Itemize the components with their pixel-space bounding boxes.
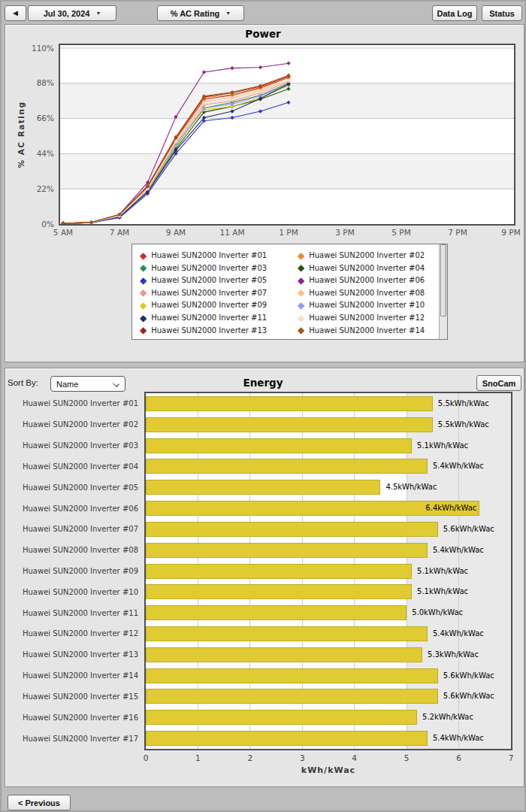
power-plot-area bbox=[59, 44, 515, 226]
energy-chart-title: Energy bbox=[2, 377, 524, 389]
energy-bar-chart: 5.5kWh/kWac5.5kWh/kWac5.1kWh/kWac5.4kWh/… bbox=[144, 392, 512, 750]
legend-item[interactable]: ◆Huawei SUN2000 Inverter #03 bbox=[140, 262, 267, 274]
legend-item[interactable]: ◆Huawei SUN2000 Inverter #06 bbox=[298, 274, 425, 286]
legend-item[interactable]: ◆Huawei SUN2000 Inverter #10 bbox=[298, 299, 425, 311]
energy-bar bbox=[146, 417, 433, 432]
legend-marker-icon: ◆ bbox=[298, 289, 304, 296]
previous-button[interactable]: < Previous bbox=[8, 795, 71, 810]
legend-item[interactable]: ◆Huawei SUN2000 Inverter #11 bbox=[140, 312, 267, 323]
energy-bar bbox=[146, 710, 417, 725]
inverter-row-label: Huawei SUN2000 Inverter #13 bbox=[2, 644, 138, 665]
legend-label: Huawei SUN2000 Inverter #01 bbox=[151, 251, 267, 259]
legend-marker-icon: ◆ bbox=[140, 264, 147, 271]
bar-value-label: 5.0kWh/kWac bbox=[412, 605, 463, 620]
inverter-row-label: Huawei SUN2000 Inverter #10 bbox=[2, 581, 138, 602]
legend-marker-icon: ◆ bbox=[298, 314, 304, 322]
y-tick-label: 88% bbox=[2, 78, 54, 87]
power-y-axis-label: % AC Rating bbox=[17, 78, 27, 191]
bar-value-label: 5.1kWh/kWac bbox=[417, 564, 468, 579]
power-line-chart bbox=[60, 45, 514, 224]
chevron-down-icon: ▼ bbox=[225, 11, 231, 16]
legend-label: Huawei SUN2000 Inverter #11 bbox=[151, 314, 267, 322]
legend-label: Huawei SUN2000 Inverter #08 bbox=[309, 289, 425, 297]
energy-bar bbox=[146, 689, 438, 704]
x-tick-label: 5 bbox=[395, 753, 418, 762]
inverter-row-label: Huawei SUN2000 Inverter #09 bbox=[2, 561, 138, 582]
inverter-row-label: Huawei SUN2000 Inverter #01 bbox=[2, 393, 138, 414]
legend-item[interactable]: ◆Huawei SUN2000 Inverter #07 bbox=[140, 287, 267, 298]
legend-item[interactable]: ◆Huawei SUN2000 Inverter #02 bbox=[298, 250, 425, 261]
y-tick-label: 22% bbox=[2, 184, 54, 193]
plot-band bbox=[60, 153, 514, 189]
legend-item[interactable]: ◆Huawei SUN2000 Inverter #13 bbox=[140, 325, 267, 336]
data-point-marker bbox=[258, 65, 262, 69]
bar-value-label: 5.6kWh/kWac bbox=[443, 668, 494, 683]
inverter-row-label: Huawei SUN2000 Inverter #05 bbox=[2, 477, 138, 498]
inverter-row-label: Huawei SUN2000 Inverter #02 bbox=[2, 414, 138, 435]
metric-dropdown[interactable]: % AC Rating ▼ bbox=[157, 5, 244, 21]
inverter-row-label: Huawei SUN2000 Inverter #16 bbox=[2, 707, 138, 728]
power-chart-title: Power bbox=[2, 28, 524, 40]
bar-value-label: 5.6kWh/kWac bbox=[443, 689, 494, 704]
energy-bar bbox=[146, 396, 433, 411]
energy-bar bbox=[146, 438, 412, 453]
y-tick-label: 44% bbox=[2, 149, 54, 158]
x-tick-label: 4 bbox=[343, 753, 366, 762]
legend-label: Huawei SUN2000 Inverter #13 bbox=[151, 326, 267, 335]
y-tick-label: 66% bbox=[2, 114, 54, 123]
back-button[interactable]: ◀ bbox=[5, 5, 26, 21]
date-dropdown-value: Jul 30, 2024 bbox=[44, 9, 90, 18]
inverter-row-label: Huawei SUN2000 Inverter #08 bbox=[2, 540, 138, 561]
inverter-row-label: Huawei SUN2000 Inverter #07 bbox=[2, 519, 138, 540]
x-tick-label: 1 PM bbox=[272, 228, 305, 237]
legend-label: Huawei SUN2000 Inverter #03 bbox=[151, 264, 267, 272]
legend-scrollbar[interactable] bbox=[439, 244, 447, 339]
legend-item[interactable]: ◆Huawei SUN2000 Inverter #14 bbox=[298, 325, 425, 336]
data-log-button[interactable]: Data Log bbox=[432, 5, 477, 21]
energy-bar bbox=[146, 522, 438, 537]
bar-value-label: 5.4kWh/kWac bbox=[433, 731, 484, 746]
legend-item[interactable]: ◆Huawei SUN2000 Inverter #04 bbox=[298, 262, 425, 274]
inverter-row-label: Huawei SUN2000 Inverter #06 bbox=[2, 498, 138, 519]
status-button[interactable]: Status bbox=[482, 5, 522, 21]
bar-value-label: 5.4kWh/kWac bbox=[433, 543, 484, 558]
legend-marker-icon: ◆ bbox=[298, 252, 304, 259]
legend-item[interactable]: ◆Huawei SUN2000 Inverter #05 bbox=[140, 274, 267, 286]
inverter-row-label: Huawei SUN2000 Inverter #15 bbox=[2, 686, 138, 707]
legend-scrollbar-thumb[interactable] bbox=[440, 244, 446, 317]
x-tick-label: 7 AM bbox=[103, 228, 136, 237]
data-point-marker bbox=[61, 221, 65, 224]
inverter-row-label: Huawei SUN2000 Inverter #14 bbox=[2, 665, 138, 686]
date-dropdown[interactable]: Jul 30, 2024 ▼ bbox=[28, 5, 116, 21]
bar-value-label: 5.5kWh/kWac bbox=[438, 396, 489, 411]
legend-item[interactable]: ◆Huawei SUN2000 Inverter #08 bbox=[298, 287, 425, 298]
bar-value-label: 5.6kWh/kWac bbox=[443, 522, 494, 537]
snocam-button[interactable]: SnoCam bbox=[476, 375, 521, 391]
bar-value-label: 5.1kWh/kWac bbox=[417, 438, 468, 453]
data-point-marker bbox=[286, 62, 290, 65]
inverter-row-label: Huawei SUN2000 Inverter #11 bbox=[2, 602, 138, 623]
data-point-marker bbox=[89, 220, 93, 224]
bar-value-label: 5.1kWh/kWac bbox=[417, 584, 468, 599]
energy-bar bbox=[146, 647, 422, 662]
bar-value-label: 6.4kWh/kWac bbox=[425, 501, 476, 516]
energy-bar bbox=[146, 584, 412, 599]
x-tick-label: 3 bbox=[291, 753, 313, 762]
power-legend: ◆Huawei SUN2000 Inverter #01◆Huawei SUN2… bbox=[132, 244, 448, 340]
legend-marker-icon: ◆ bbox=[140, 252, 147, 259]
energy-bar bbox=[146, 626, 428, 641]
inverter-row-label: Huawei SUN2000 Inverter #12 bbox=[2, 623, 138, 644]
x-tick-label: 6 bbox=[448, 753, 470, 762]
x-tick-label: 0 bbox=[135, 753, 157, 762]
legend-marker-icon: ◆ bbox=[140, 314, 147, 322]
x-tick-label: 1 bbox=[186, 753, 209, 762]
energy-x-axis-label: kWh/kWac bbox=[238, 765, 419, 775]
energy-bar bbox=[146, 731, 428, 746]
energy-bar bbox=[146, 668, 438, 683]
legend-item[interactable]: ◆Huawei SUN2000 Inverter #12 bbox=[298, 312, 425, 323]
legend-item[interactable]: ◆Huawei SUN2000 Inverter #09 bbox=[140, 299, 267, 311]
chevron-down-icon: ▼ bbox=[95, 11, 101, 16]
x-tick-label: 5 PM bbox=[385, 228, 418, 237]
legend-item[interactable]: ◆Huawei SUN2000 Inverter #01 bbox=[140, 250, 267, 261]
inverter-row-label: Huawei SUN2000 Inverter #17 bbox=[2, 728, 138, 749]
